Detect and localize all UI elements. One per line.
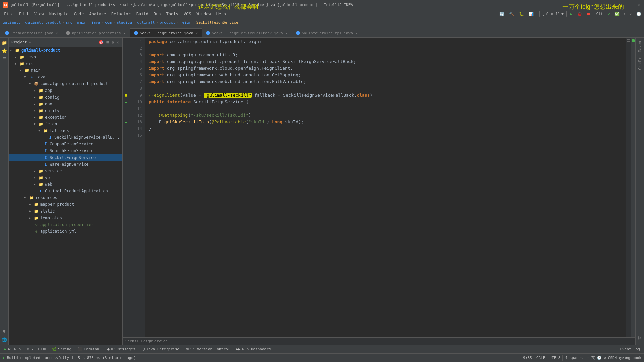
tab-seckill-fallback[interactable]: SeckillFeignServiceFallBack.java ✕ (202, 28, 292, 37)
tree-resources[interactable]: ▼ 📁 resources (9, 194, 122, 201)
tree-exception[interactable]: ▶ 📁 exception (9, 114, 122, 121)
breadcrumb-seckill[interactable]: SeckillFeignService (196, 20, 238, 25)
tree-mvn[interactable]: ▶ 📁 .mvn (9, 54, 122, 60)
tree-app-yml[interactable]: ⚙ application.yml (9, 228, 122, 235)
menu-vcs[interactable]: VCS (181, 10, 194, 18)
menu-edit[interactable]: Edit (16, 10, 32, 18)
tree-service[interactable]: ▶ 📁 service (9, 168, 122, 174)
tree-main-class[interactable]: C GulimallProductApplication (9, 188, 122, 194)
tab-enterprise[interactable]: ⬡ Java Enterprise (139, 346, 182, 353)
sidebar-structure-icon[interactable]: ☰ (1, 55, 8, 62)
breadcrumb-product2[interactable]: product (160, 20, 175, 25)
tree-static[interactable]: ▶ 📁 static (9, 208, 122, 215)
tree-entity[interactable]: ▶ 📁 entity (9, 107, 122, 114)
git-commit[interactable]: ✅ (613, 11, 621, 17)
tab-item-controller[interactable]: ItemController.java ✕ (1, 28, 62, 37)
tab-run[interactable]: ▶ 4: Run (1, 346, 23, 353)
right-panel-gradle[interactable]: Gradle (637, 55, 643, 72)
breadcrumb-product[interactable]: gulimall-product (25, 20, 61, 25)
tree-app-props[interactable]: ⚙ application.properties (9, 221, 122, 228)
menu-refactor[interactable]: Refactor (109, 10, 133, 18)
stop-button[interactable]: ⏹ (585, 11, 592, 17)
tree-seckill-selected[interactable]: I SeckillFeignService (9, 154, 122, 161)
breadcrumb-atguigu[interactable]: atguigu (116, 20, 132, 25)
tab-todo[interactable]: ☑ 6: TODO (24, 346, 49, 353)
menu-help[interactable]: Help (214, 10, 229, 18)
tree-java[interactable]: ▼ ☕ java (9, 74, 122, 80)
toolbar-sync[interactable]: 🔄 (498, 11, 506, 17)
tree-seckill-fallback-class[interactable]: I SeckillFeignServiceFallB... (9, 134, 122, 141)
git-history[interactable]: 🕐 (635, 11, 643, 17)
tree-main[interactable]: ▼ 📁 main (9, 67, 122, 74)
tab-seckill-feign[interactable]: SeckillFeignService.java ✕ (130, 28, 202, 37)
git-push[interactable]: ⬆ (622, 11, 627, 17)
code-editor[interactable]: package com.atguigu.gulimall.product.fei… (145, 38, 626, 337)
tab-sku-impl[interactable]: SkuInfoServiceImpl.java ✕ (292, 28, 362, 37)
tab-spring[interactable]: 🌿 Spring (49, 346, 74, 353)
run-config[interactable]: gulimall ▼ (539, 11, 566, 17)
right-panel-maven[interactable]: Maven (637, 39, 643, 54)
tab-event-log[interactable]: Event Log (617, 346, 643, 353)
tab-version-control[interactable]: ⑨ 9: Version Control (183, 346, 233, 353)
maximize-button[interactable]: □ (629, 2, 635, 8)
tab-close-fallback[interactable]: ✕ (285, 31, 288, 35)
assistant-icon[interactable]: ▷ (635, 331, 644, 343)
close-button[interactable]: ✕ (636, 2, 641, 8)
tree-src[interactable]: ▼ 📁 src (9, 60, 122, 67)
tree-feign[interactable]: ▼ 📁 feign (9, 121, 122, 127)
tree-coupon[interactable]: I CouponFeignService (9, 141, 122, 147)
menu-build[interactable]: Build (133, 10, 151, 18)
tab-close[interactable]: ✕ (55, 31, 59, 35)
menu-run[interactable]: Run (151, 10, 164, 18)
menu-file[interactable]: File (1, 10, 16, 18)
tree-web[interactable]: ▶ 📁 web (9, 181, 122, 188)
gutter-run-line13[interactable]: ▶ (123, 119, 129, 125)
sidebar-bookmarks-icon[interactable]: ⭐ (1, 47, 8, 54)
breadcrumb-src[interactable]: src (66, 20, 72, 25)
tree-search[interactable]: I SearchFeignService (9, 147, 122, 154)
breadcrumb-com[interactable]: com (105, 20, 112, 25)
tree-root[interactable]: ▼ 📁 gulimall-product (9, 47, 122, 54)
menu-code[interactable]: Code (71, 10, 87, 18)
breadcrumb-main[interactable]: main (77, 20, 87, 25)
menu-view[interactable]: View (32, 10, 47, 18)
sidebar-project-icon[interactable]: 📁 (1, 39, 8, 46)
project-locate-icon[interactable]: 🎯 (98, 39, 104, 45)
tree-app[interactable]: ▶ 📁 app (9, 87, 122, 94)
tab-close[interactable]: ✕ (123, 31, 126, 35)
tree-mapper[interactable]: ▶ 📁 mapper.product (9, 201, 122, 208)
toolbar-build[interactable]: 🔨 (508, 11, 516, 17)
tab-close-sku[interactable]: ✕ (355, 31, 358, 35)
menu-analyze[interactable]: Analyze (86, 10, 109, 18)
tab-application-props[interactable]: application.properties ✕ (62, 28, 130, 37)
breadcrumb-gulimall[interactable]: gulimall (3, 20, 20, 25)
toolbar-coverage[interactable]: 📊 (527, 11, 535, 17)
git-update[interactable]: ✓ (606, 11, 611, 17)
project-collapse-icon[interactable]: ⊟ (106, 39, 109, 45)
sidebar-web-icon[interactable]: 🌐 (1, 336, 8, 343)
git-revert[interactable]: ↩ (629, 11, 634, 17)
gutter-run-line10[interactable]: ▶ (123, 99, 129, 105)
tab-run-dashboard[interactable]: ▶▶ Run Dashboard (233, 346, 273, 353)
run-button[interactable]: ▶ (569, 11, 574, 17)
project-settings-icon[interactable]: ⚙ (111, 39, 115, 45)
breadcrumb-feign[interactable]: feign (180, 20, 191, 25)
tree-templates[interactable]: ▶ 📁 templates (9, 215, 122, 221)
tab-close-active[interactable]: ✕ (195, 31, 199, 35)
tree-vo[interactable]: ▶ 📁 vo (9, 174, 122, 181)
right-minimap[interactable] (626, 38, 631, 337)
toolbar-debug[interactable]: 🐛 (518, 11, 525, 17)
tree-ware[interactable]: I WareFeignService (9, 161, 122, 168)
breadcrumb-gulimall2[interactable]: gulimall (137, 20, 155, 25)
breadcrumb-java[interactable]: java (91, 20, 100, 25)
tree-config[interactable]: ▶ 📁 config (9, 94, 122, 101)
tree-package[interactable]: ▼ 📦 com.atguigu.gulimall.product (9, 80, 122, 87)
project-close-icon[interactable]: ✕ (116, 39, 120, 45)
minimize-button[interactable]: ─ (623, 2, 628, 8)
menu-navigate[interactable]: Navigate (47, 10, 71, 18)
tab-messages[interactable]: ● 0: Messages (105, 346, 138, 353)
sidebar-favorites-icon[interactable]: ♥ (1, 328, 8, 335)
debug-button[interactable]: 🐞 (576, 11, 583, 17)
menu-window[interactable]: Window (194, 10, 213, 18)
tab-terminal[interactable]: ⬛ Terminal (75, 346, 104, 353)
